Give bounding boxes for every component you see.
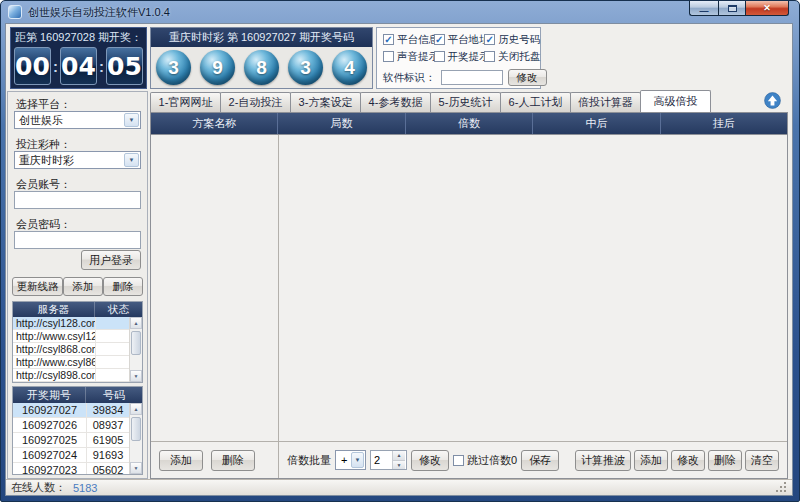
checkbox-sound-alert[interactable]: 声音提示 <box>383 50 434 64</box>
window-controls: — ✕ <box>689 1 789 16</box>
checkbox-checked-icon: ✓ <box>383 34 394 45</box>
result-row[interactable]: 16092702491693 <box>13 448 129 463</box>
checkbox-close-tray[interactable]: 关闭托盘 <box>484 50 535 64</box>
clear-button[interactable]: 清空 <box>745 450 779 471</box>
checkbox-history-numbers[interactable]: ✓ 历史号码 <box>484 33 535 47</box>
close-button[interactable]: ✕ <box>745 1 789 16</box>
checkbox-platform-info[interactable]: ✓ 平台信息 <box>383 33 434 47</box>
scheme-list-pane[interactable] <box>151 135 279 441</box>
delete-row-button[interactable]: 删除 <box>708 450 742 471</box>
server-row[interactable]: http://csyl898.com <box>13 369 129 382</box>
batch-value-input[interactable] <box>371 451 392 469</box>
scroll-up-icon[interactable]: ▲ <box>130 317 142 329</box>
server-row[interactable]: http://www.csyl128.co... <box>13 330 129 343</box>
batch-operator-select[interactable]: + ▼ <box>335 450 366 470</box>
spin-down-icon[interactable]: ▼ <box>393 461 405 470</box>
tab-official-site[interactable]: 1-官网网址 <box>150 92 221 112</box>
digit-separator: : <box>99 58 104 75</box>
column-header-after-win: 中后 <box>533 113 660 134</box>
server-row[interactable]: http://www.csyl868.co... <box>13 356 129 369</box>
login-button[interactable]: 用户登录 <box>81 250 141 270</box>
up-arrow-icon <box>764 92 781 109</box>
lottery-select[interactable]: 重庆时时彩 ▼ <box>14 151 141 169</box>
delete-line-button[interactable]: 删除 <box>103 277 143 296</box>
account-label: 会员账号： <box>16 177 71 192</box>
draw-title: 重庆时时彩 第 160927027 期开奖号码 <box>151 28 372 47</box>
scheme-grid-header: 方案名称 局数 倍数 中后 挂后 <box>151 113 787 135</box>
scroll-top-button[interactable] <box>764 92 781 109</box>
platform-select[interactable]: 创世娱乐 ▼ <box>14 111 141 129</box>
scroll-thumb[interactable] <box>131 331 141 355</box>
scroll-down-icon[interactable]: ▼ <box>130 462 142 474</box>
resize-grip[interactable] <box>777 483 787 493</box>
checkbox-label: 关闭托盘 <box>498 50 540 64</box>
tab-history-stats[interactable]: 5-历史统计 <box>430 92 501 112</box>
server-column-header: 服务器 <box>13 302 95 317</box>
calc-wave-button[interactable]: 计算推波 <box>575 450 631 471</box>
account-input[interactable] <box>14 191 141 209</box>
tab-auto-bet[interactable]: 2-自动投注 <box>220 92 291 112</box>
batch-label: 倍数批量 <box>287 453 331 468</box>
tab-reference-data[interactable]: 4-参考数据 <box>360 92 431 112</box>
digit-separator: : <box>53 58 58 75</box>
countdown-digit-minutes: 04 <box>60 47 97 85</box>
maximize-icon <box>728 5 737 12</box>
password-input[interactable] <box>14 231 141 249</box>
tab-plan-setting[interactable]: 3-方案设定 <box>290 92 361 112</box>
checkbox-unchecked-icon <box>434 51 445 62</box>
result-row[interactable]: 16092702561905 <box>13 433 129 448</box>
result-row[interactable]: 16092702608937 <box>13 418 129 433</box>
result-row[interactable]: 16092702739834 <box>13 403 129 418</box>
statusbar: 在线人数： 5183 <box>6 479 792 495</box>
checkbox-checked-icon: ✓ <box>434 34 445 45</box>
add-row-button[interactable]: 添加 <box>634 450 668 471</box>
server-status <box>95 369 129 381</box>
checkbox-label: 历史号码 <box>498 33 540 47</box>
result-row[interactable]: 16092702305602 <box>13 463 129 475</box>
checkbox-draw-alert[interactable]: 开奖提示 <box>434 50 485 64</box>
sidebar: 选择平台： 创世娱乐 ▼ 投注彩种： 重庆时时彩 ▼ 会员账号： 会员密码： 用… <box>7 91 148 479</box>
column-header-rounds: 局数 <box>278 113 405 134</box>
countdown-digit-hours: 00 <box>14 47 51 85</box>
skip-zero-checkbox[interactable]: 跳过倍数0 <box>453 453 517 468</box>
checkbox-platform-address[interactable]: ✓ 平台地址 <box>434 33 485 47</box>
update-lines-button[interactable]: 更新线路 <box>12 277 63 296</box>
batch-controls: 倍数批量 + ▼ ▲ ▼ 修改 <box>279 450 787 471</box>
server-url: http://www.csyl128.co... <box>13 330 95 342</box>
minimize-button[interactable]: — <box>689 1 718 16</box>
password-label: 会员密码： <box>16 217 71 232</box>
line-buttons: 更新线路 添加 删除 <box>12 277 143 296</box>
server-url: http://www.csyl868.co... <box>13 356 95 368</box>
status-column-header: 状态 <box>95 302 142 317</box>
online-count-label: 在线人数： <box>11 480 66 495</box>
minimize-icon: — <box>700 8 709 14</box>
number-cell: 61905 <box>86 433 129 447</box>
add-line-button[interactable]: 添加 <box>63 277 103 296</box>
batch-modify-button[interactable]: 修改 <box>411 450 449 471</box>
save-button[interactable]: 保存 <box>521 450 559 471</box>
titlebar[interactable]: 创世娱乐自动投注软件V1.0.4 — ✕ <box>1 1 799 23</box>
tab-double-calculator[interactable]: 倍投计算器 <box>570 92 641 112</box>
scroll-up-icon[interactable]: ▲ <box>130 403 142 415</box>
checkbox-checked-icon: ✓ <box>484 34 495 45</box>
results-scrollbar[interactable]: ▲ ▼ <box>129 403 142 474</box>
server-scrollbar[interactable]: ▲ ▼ <box>129 317 142 382</box>
server-row[interactable]: http://csyl868.com <box>13 343 129 356</box>
lottery-label: 投注彩种： <box>16 137 71 152</box>
software-id-input[interactable] <box>441 70 503 85</box>
delete-scheme-button[interactable]: 删除 <box>211 450 255 471</box>
spinner-buttons: ▲ ▼ <box>392 451 405 469</box>
batch-value-spinner[interactable]: ▲ ▼ <box>370 450 407 470</box>
checkbox-unchecked-icon <box>383 51 394 62</box>
tab-manual-plan[interactable]: 6-人工计划 <box>500 92 571 112</box>
spin-up-icon[interactable]: ▲ <box>393 451 405 461</box>
tab-strip: 1-官网网址 2-自动投注 3-方案设定 4-参考数据 5-历史统计 6-人工计… <box>150 90 788 112</box>
software-id-modify-button[interactable]: 修改 <box>508 69 547 86</box>
add-scheme-button[interactable]: 添加 <box>159 450 203 471</box>
scroll-down-icon[interactable]: ▼ <box>130 370 142 382</box>
scroll-thumb[interactable] <box>131 417 141 441</box>
tab-advanced-double[interactable]: 高级倍投 <box>640 90 711 112</box>
server-row[interactable]: http://csyl128.com <box>13 317 129 330</box>
maximize-button[interactable] <box>718 1 745 16</box>
modify-row-button[interactable]: 修改 <box>671 450 705 471</box>
